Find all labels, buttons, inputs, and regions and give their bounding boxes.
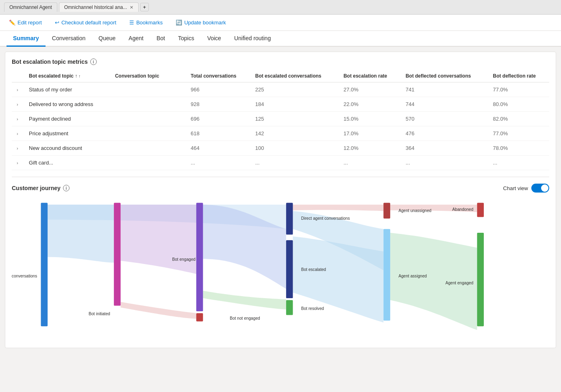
expand-cell-1[interactable]: › xyxy=(12,97,24,112)
nav-tabs: Summary Conversation Queue Agent Bot Top… xyxy=(0,31,561,47)
customer-journey-section: Customer journey i Chart view xyxy=(5,177,556,348)
journey-info-icon[interactable]: i xyxy=(63,185,70,191)
tab-conversation[interactable]: Conversation xyxy=(46,31,92,47)
cell-deflected-4: 364 xyxy=(401,141,488,156)
tab-topics[interactable]: Topics xyxy=(172,31,201,47)
label-direct-agent: Direct agent conversations xyxy=(301,216,350,221)
cell-deflected-3: 476 xyxy=(401,126,488,141)
node-bot-not-engaged xyxy=(196,313,203,321)
node-bot-escalated xyxy=(286,240,293,298)
cell-escalated-5: ... xyxy=(250,156,339,170)
table-row[interactable]: › Status of my order 966 225 27.0% 741 7… xyxy=(12,82,549,97)
expand-icon-5[interactable]: › xyxy=(17,160,18,165)
section-title-bot: Bot escalation topic metrics i xyxy=(12,58,549,65)
expand-cell-3[interactable]: › xyxy=(12,126,24,141)
table-row[interactable]: › Gift card... ... ... ... ... ... xyxy=(12,156,549,170)
expand-cell-4[interactable]: › xyxy=(12,141,24,156)
node-abandoned xyxy=(477,203,484,217)
cell-deflection-rate-0: 77.0% xyxy=(488,82,550,97)
table-row[interactable]: › Delivered to wrong address 928 184 22.… xyxy=(12,97,549,112)
cell-escalation-rate-2: 15.0% xyxy=(339,112,401,126)
cell-deflection-rate-4: 78.0% xyxy=(488,141,550,156)
close-tab-icon[interactable]: ✕ xyxy=(130,5,133,10)
tab-queue[interactable]: Queue xyxy=(92,31,122,47)
browser-tab-omnichannel-agent[interactable]: Omnichannel Agent xyxy=(4,2,57,12)
node-bot-engaged xyxy=(196,203,203,311)
bot-info-icon[interactable]: i xyxy=(90,58,97,65)
expand-icon-1[interactable]: › xyxy=(17,102,18,107)
tab-bot[interactable]: Bot xyxy=(150,31,172,47)
tab-unified-routing[interactable]: Unified routing xyxy=(228,31,277,47)
expand-cell-5[interactable]: › xyxy=(12,156,24,170)
cell-topic-1: Delivered to wrong address xyxy=(24,97,110,112)
col-bot-deflected-conversations[interactable]: Bot deflected conversations xyxy=(401,70,488,82)
cell-escalated-3: 142 xyxy=(250,126,339,141)
col-total-conversations[interactable]: Total conversations xyxy=(186,70,250,82)
chart-view-toggle[interactable] xyxy=(531,184,549,193)
update-bookmark-label: Update bookmark xyxy=(184,19,226,26)
cell-deflection-rate-2: 82.0% xyxy=(488,112,550,126)
col-conversation-topic[interactable]: Conversation topic xyxy=(110,70,186,82)
cell-total-5: ... xyxy=(186,156,250,170)
cell-deflected-0: 741 xyxy=(401,82,488,97)
cell-total-2: 696 xyxy=(186,112,250,126)
cell-conv-topic-3 xyxy=(110,126,186,141)
browser-tab-historical[interactable]: Omnichannel historical ana... ✕ xyxy=(59,2,139,12)
sankey-svg: Customer conversations Bot initiated Bot… xyxy=(12,199,549,341)
label-abandoned: Abandoned xyxy=(452,207,474,212)
expand-icon-4[interactable]: › xyxy=(17,146,18,151)
checkout-default-button[interactable]: ↩ Checkout default report xyxy=(52,18,119,27)
label-bot-engaged: Bot engaged xyxy=(172,257,195,262)
cell-topic-4: New accound discount xyxy=(24,141,110,156)
table-header-row: Bot escalated topic ↑ Conversation topic… xyxy=(12,70,549,82)
cell-topic-3: Price adjustment xyxy=(24,126,110,141)
cell-conv-topic-0 xyxy=(110,82,186,97)
table-row[interactable]: › New accound discount 464 100 12.0% 364… xyxy=(12,141,549,156)
expand-icon-0[interactable]: › xyxy=(17,87,18,92)
expand-icon-2[interactable]: › xyxy=(17,117,18,121)
cell-deflected-2: 570 xyxy=(401,112,488,126)
label-bot-not-engaged: Bot not engaged xyxy=(230,316,260,321)
tab-voice[interactable]: Voice xyxy=(201,31,228,47)
label-bot-resolved: Bot resolved xyxy=(301,306,324,311)
cell-conv-topic-1 xyxy=(110,97,186,112)
expand-icon-3[interactable]: › xyxy=(17,131,18,136)
tab-agent[interactable]: Agent xyxy=(122,31,150,47)
cell-escalated-1: 184 xyxy=(250,97,339,112)
cell-escalation-rate-5: ... xyxy=(339,156,401,170)
cell-total-3: 618 xyxy=(186,126,250,141)
bookmarks-button[interactable]: ☰ Bookmarks xyxy=(127,18,165,27)
chart-view-label: Chart view xyxy=(503,185,528,191)
cell-escalation-rate-0: 27.0% xyxy=(339,82,401,97)
col-bot-escalated-topic[interactable]: Bot escalated topic ↑ xyxy=(24,70,110,82)
node-agent-unassigned xyxy=(383,203,390,219)
label-bot-escalated: Bot escalated xyxy=(301,267,326,272)
bookmarks-label: Bookmarks xyxy=(136,19,163,26)
table-row[interactable]: › Price adjustment 618 142 17.0% 476 77.… xyxy=(12,126,549,141)
node-bot-resolved xyxy=(286,300,293,315)
cell-total-4: 464 xyxy=(186,141,250,156)
update-bookmark-button[interactable]: 🔄 Update bookmark xyxy=(173,18,228,27)
cell-deflection-rate-3: 77.0% xyxy=(488,126,550,141)
col-bot-deflection-rate[interactable]: Bot deflection rate xyxy=(488,70,550,82)
cell-conv-topic-4 xyxy=(110,141,186,156)
expand-cell-0[interactable]: › xyxy=(12,82,24,97)
edit-report-button[interactable]: ✏️ Edit report xyxy=(7,18,44,27)
cell-escalation-rate-3: 17.0% xyxy=(339,126,401,141)
cell-topic-0: Status of my order xyxy=(24,82,110,97)
bot-section-title-text: Bot escalation topic metrics xyxy=(12,58,88,65)
cell-topic-2: Payment declined xyxy=(24,112,110,126)
add-tab-button[interactable]: + xyxy=(140,3,149,11)
col-bot-escalation-rate[interactable]: Bot escalation rate xyxy=(339,70,401,82)
expand-cell-2[interactable]: › xyxy=(12,112,24,126)
sankey-chart: Customer conversations Bot initiated Bot… xyxy=(12,199,549,341)
cell-deflected-5: ... xyxy=(401,156,488,170)
label-bot-initiated: Bot initiated xyxy=(89,312,110,316)
col-bot-escalated-conversations[interactable]: Bot escalated conversations xyxy=(250,70,339,82)
cell-total-0: 966 xyxy=(186,82,250,97)
tab-summary[interactable]: Summary xyxy=(7,31,46,47)
table-row[interactable]: › Payment declined 696 125 15.0% 570 82.… xyxy=(12,112,549,126)
node-bot-initiated xyxy=(114,203,121,305)
cell-escalated-4: 100 xyxy=(250,141,339,156)
bot-table-wrapper[interactable]: Bot escalated topic ↑ Conversation topic… xyxy=(12,70,549,170)
